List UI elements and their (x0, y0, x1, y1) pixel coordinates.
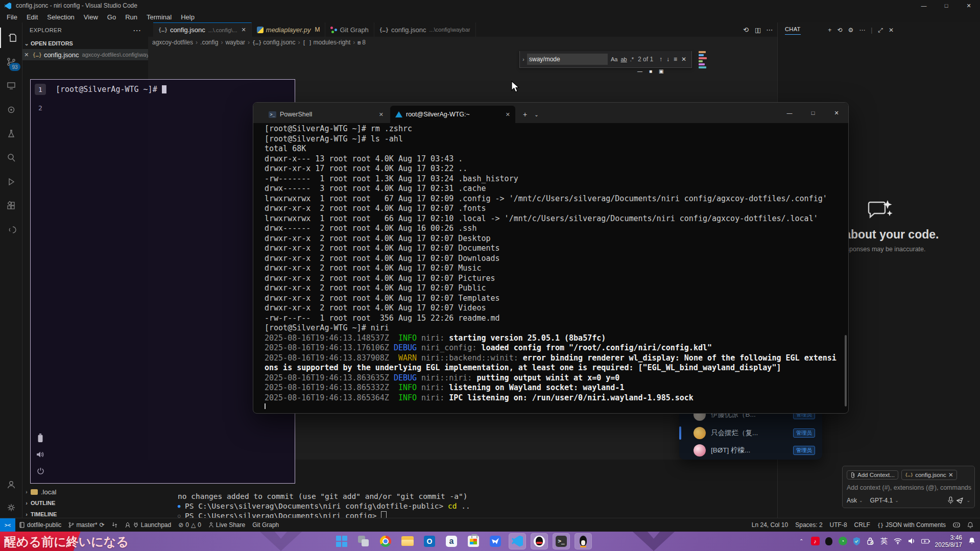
volume-tray-icon[interactable] (907, 537, 916, 545)
explorer-more-icon[interactable]: ⋯ (133, 26, 141, 35)
maximize-icon[interactable]: □ (935, 0, 958, 11)
maximize-icon[interactable]: ■ (649, 68, 652, 74)
chat-input-box[interactable]: Add Context... {…} config.jsonc ✕ Add co… (842, 466, 975, 508)
start-button[interactable] (333, 533, 350, 549)
status-problems[interactable]: ⊘ 0 △ 0 (175, 521, 205, 529)
tree-item-local-folder[interactable]: › .local (22, 486, 148, 497)
maximize-icon[interactable]: □ (801, 110, 825, 116)
chat-more-icon[interactable]: ⋯ (859, 27, 865, 34)
foot-terminal-prompt[interactable]: [root@SilverAg-WTG ~]# (56, 85, 166, 94)
status-launchpad[interactable]: Launchpad (121, 521, 175, 529)
bird-app-button[interactable] (487, 533, 504, 549)
vscode-titlebar[interactable]: config.jsonc - niri config - Visual Stud… (0, 0, 980, 11)
task-view-button[interactable] (355, 533, 372, 549)
vscode-taskbar-button[interactable] (509, 533, 526, 549)
new-tab-icon[interactable]: + (523, 110, 527, 118)
chat-mode-selector[interactable]: Ask (847, 497, 857, 504)
breadcrumb-item[interactable]: .config (200, 39, 218, 46)
settings-sync-icon[interactable] (0, 100, 22, 120)
timeline-history-icon[interactable]: ⟲ (743, 26, 749, 34)
chat-expand-icon[interactable]: ⤢ (878, 27, 883, 34)
close-editor-icon[interactable]: ✕ (22, 52, 31, 58)
mic-icon[interactable] (947, 496, 954, 504)
find-input[interactable] (527, 54, 608, 65)
status-repo[interactable]: dotfile-public (15, 521, 65, 529)
notification-bell-icon[interactable] (967, 537, 976, 545)
status-live-share[interactable]: Live Share (205, 521, 249, 529)
manage-gear-icon[interactable] (0, 497, 22, 518)
tab-root-wsl[interactable]: root@SilverAg-WTG:~ ✕ (390, 106, 515, 123)
security-shield-icon[interactable] (852, 537, 861, 545)
status-language-mode[interactable]: {} JSON with Comments (874, 521, 949, 529)
close-tab-icon[interactable]: ✕ (242, 27, 246, 33)
close-icon[interactable]: ✕ (958, 0, 980, 11)
menu-view[interactable]: View (79, 13, 103, 21)
context-chip-config-jsonc[interactable]: {…} config.jsonc ✕ (901, 470, 957, 480)
close-tab-icon[interactable]: ✕ (379, 111, 384, 118)
linux-taskbar-button[interactable] (575, 533, 592, 549)
tab-dropdown-icon[interactable]: ⌄ (534, 112, 538, 117)
workspace-indicator-1[interactable]: 1 (35, 84, 46, 95)
terminal-taskbar-button[interactable]: >_ (553, 533, 570, 549)
status-eol[interactable]: CRLF (851, 521, 874, 529)
testing-icon[interactable] (0, 124, 22, 144)
menu-terminal[interactable]: Terminal (142, 13, 176, 21)
open-editor-item[interactable]: ✕ {…} config.jsonc agxcoy-dotfiles\.conf… (22, 49, 148, 60)
whole-word-button[interactable]: ab (620, 56, 627, 62)
tab-mediaplayer-py[interactable]: mediaplayer.py M (252, 22, 326, 37)
find-previous-icon[interactable]: ↑ (659, 56, 662, 63)
status-git-graph[interactable]: Git Graph (249, 521, 282, 529)
outline-section[interactable]: › OUTLINE (22, 497, 148, 509)
tab-config-jsonc-2[interactable]: {…} config.jsonc ...\config\waybar (374, 22, 476, 37)
match-case-button[interactable]: Aa (611, 56, 617, 62)
explorer-icon[interactable] (0, 28, 23, 48)
ime-indicator[interactable]: 英 (880, 537, 889, 545)
remote-indicator[interactable]: >< (0, 518, 15, 532)
outlook-button[interactable]: O (421, 533, 438, 549)
breadcrumb-item[interactable]: waybar (225, 39, 245, 46)
find-close-icon[interactable]: ✕ (681, 56, 686, 63)
run-debug-icon[interactable] (0, 172, 22, 192)
source-control-icon[interactable]: 93 (0, 52, 22, 72)
terminal-scrollbar[interactable] (845, 335, 847, 406)
send-icon[interactable] (956, 497, 964, 504)
menu-go[interactable]: Go (103, 13, 121, 21)
ms-store-button[interactable] (465, 533, 482, 549)
minimize-icon[interactable]: — (913, 0, 935, 11)
a-app-button[interactable]: a (443, 533, 460, 549)
copilot-icon[interactable] (949, 522, 964, 528)
tab-config-jsonc[interactable]: {…} config.jsonc ...\.config\... ✕ (153, 22, 252, 37)
tray-expand-icon[interactable]: ⌃ (797, 537, 806, 545)
chat-history-icon[interactable]: ⟲ (837, 27, 842, 34)
open-editors-section[interactable]: ⌄ OPEN EDITORS (22, 38, 148, 49)
minimize-icon[interactable]: — (778, 110, 801, 116)
status-branch[interactable]: master* ⟳ (65, 521, 108, 529)
idm-icon[interactable]: ◔ (839, 537, 847, 545)
breadcrumb-item[interactable]: config.jsonc (263, 39, 295, 46)
search-icon[interactable] (0, 148, 22, 168)
add-context-button[interactable]: Add Context... (847, 470, 898, 480)
netease-music-icon[interactable]: ♪ (811, 537, 820, 545)
vscode-integrated-terminal[interactable]: no changes added to commit (use "git add… (178, 492, 688, 521)
status-indentation[interactable]: Spaces: 2 (792, 521, 826, 529)
terminal-titlebar[interactable]: >_ PowerShell ✕ root@SilverAg-WTG:~ ✕ + … (253, 103, 848, 123)
member-row[interactable]: 只会摆烂（复... 管理员 (694, 425, 818, 441)
find-in-selection-icon[interactable]: ≡ (674, 56, 677, 63)
find-expand-icon[interactable]: › (520, 57, 527, 62)
breadcrumb-item[interactable]: 8 (362, 39, 366, 46)
chat-model-selector[interactable]: GPT-4.1 (870, 497, 893, 504)
restore-icon[interactable]: ▣ (659, 68, 663, 74)
chat-tab[interactable]: CHAT (785, 26, 801, 35)
taskbar-clock[interactable]: 3:46 2025/8/17 (935, 534, 962, 548)
find-next-icon[interactable]: ↓ (666, 56, 670, 63)
account-icon[interactable] (0, 474, 22, 495)
status-encoding[interactable]: UTF-8 (826, 521, 851, 529)
menu-help[interactable]: Help (176, 13, 199, 21)
extensions-icon[interactable] (0, 196, 22, 216)
remote-explorer-icon[interactable] (0, 76, 22, 96)
new-chat-icon[interactable]: + (828, 27, 831, 34)
breadcrumb-item[interactable]: modules-right (314, 39, 351, 46)
chrome-button[interactable] (377, 533, 394, 549)
tab-git-graph[interactable]: Git Graph (325, 22, 374, 37)
chip-close-icon[interactable]: ✕ (948, 471, 953, 478)
